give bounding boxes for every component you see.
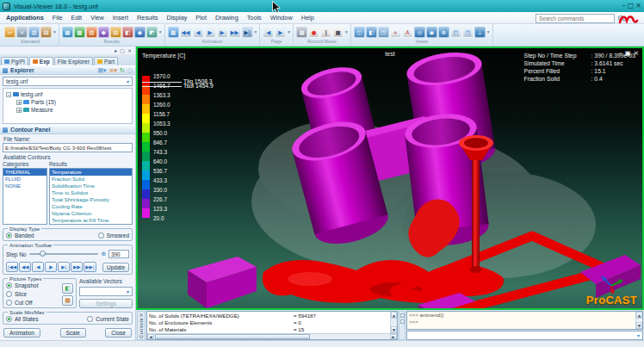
category-item[interactable]: THERMAL [3,169,46,176]
result-item[interactable]: Temperature [50,169,132,176]
fringe-plot-icon[interactable]: ▨ [86,27,97,38]
menu-item[interactable]: File [48,14,67,22]
shell-dock-button[interactable] [400,319,405,324]
dock-control[interactable]: ▢ [120,47,125,54]
dock-tab[interactable]: File Explorer [54,57,93,65]
probe-value-icon[interactable]: ◉ [134,27,146,38]
playback-button[interactable]: ▶ [45,262,57,272]
result-item[interactable]: Cooling Rate [50,203,132,210]
panel-button[interactable]: Animation [3,328,40,338]
search-commands-input[interactable] [536,15,617,22]
menu-item[interactable]: Drawing [211,14,243,22]
step-value-input[interactable]: 390 [108,250,129,258]
tree-item[interactable]: − testg.unf [4,90,131,98]
dock-tab[interactable]: Part [94,57,118,65]
scrollbar-thumb[interactable] [155,334,310,339]
playback-button[interactable]: ◀ [32,262,44,272]
panel-button[interactable]: Close [105,328,132,338]
toolbar-overflow-icon[interactable]: ▾ [288,29,290,34]
toolbar-overflow-icon[interactable]: ▾ [159,29,162,34]
stop-icon[interactable]: ■ [332,27,344,38]
result-item[interactable]: Solidification Time [50,183,132,189]
next-page-icon[interactable]: ▶ [275,27,286,38]
settings-button[interactable]: Settings [79,299,133,308]
menu-item[interactable]: Insert [108,14,133,22]
console-vertical-scrollbar[interactable]: ▲ ▼ [390,312,397,333]
movie-strip-icon[interactable]: ▦ [296,27,307,38]
previous-frame-icon[interactable]: ◀ [193,27,204,38]
dock-control[interactable]: ▸ [115,47,117,54]
scroll-down-icon[interactable]: ▼ [636,322,642,329]
next-frame-icon[interactable]: ▶ [217,27,228,38]
legend-edit-icon[interactable]: ▤ [110,27,121,38]
vectors-combo[interactable]: ▾ [79,287,133,296]
zoom-window-icon[interactable]: ◰ [450,27,461,38]
pause-icon[interactable]: ‖ [320,27,331,38]
view-window-icon[interactable]: ◫ [354,27,365,38]
tree-item[interactable]: + Parts (15) [4,98,131,106]
tree-expander-icon[interactable]: − [6,92,11,97]
window-control[interactable]: ▢ [628,2,635,9]
cutoff-tool-icon[interactable]: ▦ [62,295,73,306]
result-item[interactable]: Niyama Criterion [50,210,132,217]
scroll-left-icon[interactable]: ◀ [147,334,154,339]
shell-scrollbar[interactable]: ▲ ▼ [635,312,642,329]
result-item[interactable]: Fraction Solid [50,176,132,183]
scale-option[interactable]: All States [6,316,38,322]
toolbar-overflow-icon[interactable]: ▾ [345,29,348,34]
result-item[interactable]: Temperature at Fill Time [50,217,132,224]
display-type-option[interactable]: Smeared [98,232,129,239]
toolbar-overflow-icon[interactable]: ▾ [53,29,56,34]
tree-item[interactable]: + Measure [4,106,131,114]
menu-item[interactable]: Plot [191,14,211,22]
menu-item[interactable]: Edit [67,14,87,22]
toolbar-overflow-icon[interactable]: ▾ [255,29,257,34]
menu-item[interactable]: Help [297,14,319,22]
menu-item[interactable]: Display [162,14,191,22]
update-button[interactable]: Update [102,263,129,272]
anchor-view-icon[interactable]: ⊥ [474,27,486,38]
playback-button[interactable]: ▶▶| [84,262,96,272]
3d-viewport[interactable]: test –▣× [136,46,644,310]
category-item[interactable]: FLUID [3,176,46,183]
paste-icon[interactable]: ▤ [40,27,52,38]
tree-expander-icon[interactable]: + [16,108,22,113]
vector-plot-icon[interactable]: ◆ [98,27,109,38]
console-tab[interactable]: × Console [137,311,146,340]
copy-icon[interactable]: ▥ [28,27,40,38]
last-frame-icon[interactable]: ▶▶ [229,27,241,38]
explorer-toolbar-icon[interactable]: ○ [127,67,133,74]
file-name-field[interactable]: E:/Installs/ESI/Test/Body CG 3-600 Rev08… [3,143,133,152]
contour-plot-icon[interactable]: ▩ [74,27,85,38]
cut-section-icon[interactable]: ◧ [122,27,133,38]
playback-button[interactable]: |◀◀ [6,262,18,272]
menu-item[interactable]: Applications [2,14,48,22]
dock-tab[interactable]: Pg/Pl [1,57,28,65]
panel-button[interactable]: Scale [60,328,86,338]
chevron-down-icon[interactable]: ▾ [635,332,642,338]
dock-control[interactable]: × [127,47,132,54]
picture-type-option[interactable]: Slice [6,291,60,297]
scroll-right-icon[interactable]: ▶ [390,334,397,339]
open-model-icon[interactable]: ▱ [4,27,15,38]
menu-item[interactable]: Results [133,14,162,22]
window-control[interactable]: × [635,2,641,9]
first-frame-icon[interactable]: ◀◀ [180,27,192,38]
scroll-up-icon[interactable]: ▲ [636,312,642,319]
play-animation-icon[interactable]: ▶ [205,27,216,38]
explorer-toolbar-icon[interactable]: ▤▾ [97,67,106,74]
rotate-view-icon[interactable]: ◎ [414,27,425,38]
result-item[interactable]: Total Shrinkage Porosity [50,196,132,203]
scale-option[interactable]: Current State [87,316,129,322]
explorer-toolbar-icon[interactable]: ↻ [120,67,125,74]
playback-button[interactable]: ▶| [58,262,70,272]
orbit-view-icon[interactable]: ◉ [426,27,437,38]
previous-page-icon[interactable]: ◀ [263,27,274,38]
results-settings-icon[interactable]: ◩ [146,27,158,38]
shell-dock-button[interactable] [400,313,405,318]
fit-to-window-icon[interactable]: ◳ [462,27,474,38]
model-selector-combo[interactable]: testg.unf ▾ [3,77,133,86]
tree-expander-icon[interactable]: + [16,100,22,105]
shell-command-input[interactable] [407,332,635,338]
record-icon[interactable]: ● [308,27,319,38]
